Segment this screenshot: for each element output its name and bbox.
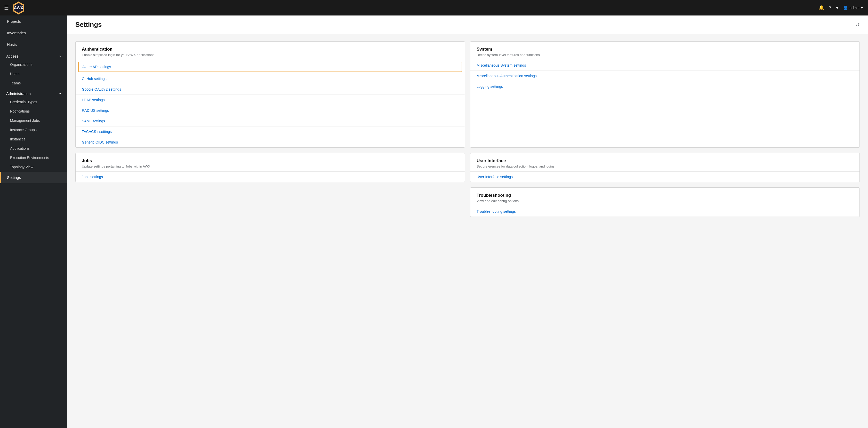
sidebar-item-settings[interactable]: Settings xyxy=(0,172,67,183)
bell-icon[interactable]: 🔔 xyxy=(818,5,824,10)
user-name-label: admin xyxy=(850,6,860,10)
page-title: Settings xyxy=(75,21,102,29)
user-interface-card-desc: Set preferences for data collection, log… xyxy=(476,164,853,168)
topnav: ☰ AWX 🔔 ? ▾ 👤 admin ▾ xyxy=(0,0,868,16)
access-label: Access xyxy=(6,54,19,58)
auth-link-7[interactable]: Generic OIDC settings xyxy=(75,137,465,147)
sidebar-section-access[interactable]: Access ▾ xyxy=(0,50,67,60)
jobs-card-title: Jobs xyxy=(82,158,459,163)
authentication-links: Azure AD settingsGitHub settingsGoogle O… xyxy=(75,62,465,147)
sidebar-item-projects[interactable]: Projects xyxy=(0,16,67,27)
access-submenu: Organizations Users Teams xyxy=(0,60,67,88)
jobs-card-header: Jobs Update settings pertaining to Jobs … xyxy=(75,153,465,172)
troubleshooting-card: Troubleshooting View and edit debug opti… xyxy=(470,187,860,217)
user-interface-card-title: User Interface xyxy=(476,158,853,163)
sidebar-item-topology-view[interactable]: Topology View xyxy=(3,162,67,172)
jobs-card-desc: Update settings pertaining to Jobs withi… xyxy=(82,164,459,168)
sidebar-item-hosts[interactable]: Hosts xyxy=(0,39,67,50)
sidebar-item-notifications[interactable]: Notifications xyxy=(3,106,67,116)
sidebar-item-users[interactable]: Users xyxy=(3,69,67,79)
settings-grid: Authentication Enable simplified login f… xyxy=(67,34,868,224)
user-avatar-icon: 👤 xyxy=(843,5,848,10)
sidebar-item-organizations[interactable]: Organizations xyxy=(3,60,67,69)
troubleshooting-card-title: Troubleshooting xyxy=(476,193,853,198)
sidebar-item-teams[interactable]: Teams xyxy=(3,79,67,88)
auth-link-2[interactable]: Google OAuth 2 settings xyxy=(75,84,465,95)
jobs-link-0[interactable]: Jobs settings xyxy=(75,172,465,182)
troubleshooting-card-desc: View and edit debug options xyxy=(476,199,853,203)
svg-text:AWX: AWX xyxy=(14,5,24,10)
help-dropdown-icon[interactable]: ▾ xyxy=(836,5,838,10)
sidebar: Projects Inventories Hosts Access ▾ Orga… xyxy=(0,16,67,428)
authentication-card: Authentication Enable simplified login f… xyxy=(75,41,465,148)
user-interface-links: User Interface settings xyxy=(470,172,860,182)
page-header: Settings ↺ xyxy=(67,16,868,34)
administration-label: Administration xyxy=(6,91,31,96)
system-link-2[interactable]: Logging settings xyxy=(470,81,860,92)
jobs-card: Jobs Update settings pertaining to Jobs … xyxy=(75,153,465,182)
ui-link-0[interactable]: User Interface settings xyxy=(470,172,860,182)
troubleshooting-card-header: Troubleshooting View and edit debug opti… xyxy=(470,188,860,206)
auth-link-6[interactable]: TACACS+ settings xyxy=(75,126,465,137)
awx-logo: AWX xyxy=(12,1,25,14)
sidebar-item-management-jobs[interactable]: Management Jobs xyxy=(3,116,67,125)
system-links: Miscellaneous System settingsMiscellaneo… xyxy=(470,60,860,92)
refresh-icon[interactable]: ↺ xyxy=(855,22,860,28)
help-icon[interactable]: ? xyxy=(829,5,831,10)
system-link-0[interactable]: Miscellaneous System settings xyxy=(470,60,860,71)
main-content: Settings ↺ Authentication Enable simplif… xyxy=(67,16,868,428)
administration-submenu: Credential Types Notifications Managemen… xyxy=(0,97,67,172)
user-interface-card: User Interface Set preferences for data … xyxy=(470,153,860,182)
authentication-card-title: Authentication xyxy=(82,47,459,52)
jobs-links: Jobs settings xyxy=(75,172,465,182)
main-layout: Projects Inventories Hosts Access ▾ Orga… xyxy=(0,16,868,428)
hamburger-icon[interactable]: ☰ xyxy=(4,5,9,11)
authentication-card-desc: Enable simplified login for your AWX app… xyxy=(82,53,459,57)
topnav-right: 🔔 ? ▾ 👤 admin ▾ xyxy=(818,5,863,10)
troubleshooting-link-0[interactable]: Troubleshooting settings xyxy=(470,206,860,217)
administration-chevron: ▾ xyxy=(59,92,61,95)
sidebar-item-inventories[interactable]: Inventories xyxy=(0,27,67,39)
troubleshooting-links: Troubleshooting settings xyxy=(470,206,860,217)
system-card-header: System Define system-level features and … xyxy=(470,41,860,60)
user-dropdown-chevron: ▾ xyxy=(861,6,863,10)
sidebar-item-credential-types[interactable]: Credential Types xyxy=(3,97,67,106)
auth-link-0[interactable]: Azure AD settings xyxy=(78,62,462,72)
auth-link-3[interactable]: LDAP settings xyxy=(75,95,465,105)
sidebar-item-applications[interactable]: Applications xyxy=(3,144,67,153)
sidebar-item-instances[interactable]: Instances xyxy=(3,134,67,144)
authentication-card-header: Authentication Enable simplified login f… xyxy=(75,41,465,60)
user-interface-card-header: User Interface Set preferences for data … xyxy=(470,153,860,172)
auth-link-5[interactable]: SAML settings xyxy=(75,116,465,126)
sidebar-section-administration[interactable]: Administration ▾ xyxy=(0,88,67,97)
system-link-1[interactable]: Miscellaneous Authentication settings xyxy=(470,71,860,81)
auth-link-4[interactable]: RADIUS settings xyxy=(75,105,465,116)
topnav-left: ☰ AWX xyxy=(4,1,25,14)
sidebar-item-execution-environments[interactable]: Execution Environments xyxy=(3,153,67,162)
system-card-title: System xyxy=(476,47,853,52)
auth-link-1[interactable]: GitHub settings xyxy=(75,73,465,84)
system-card: System Define system-level features and … xyxy=(470,41,860,148)
user-menu[interactable]: 👤 admin ▾ xyxy=(843,5,863,10)
system-card-desc: Define system-level features and functio… xyxy=(476,53,853,57)
sidebar-item-instance-groups[interactable]: Instance Groups xyxy=(3,125,67,134)
access-chevron: ▾ xyxy=(59,55,61,58)
